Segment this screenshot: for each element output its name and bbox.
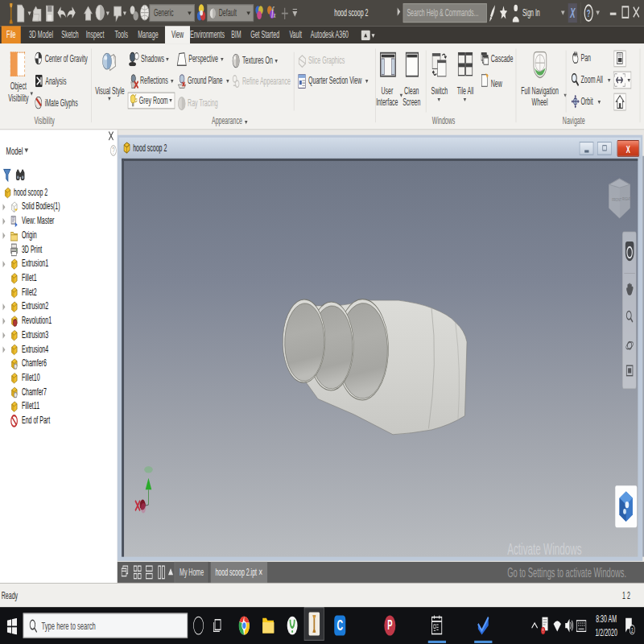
svg-text:RIGHT: RIGHT xyxy=(622,196,631,201)
svg-text:FRONT: FRONT xyxy=(612,196,621,202)
svg-text:2: 2 xyxy=(631,627,634,634)
